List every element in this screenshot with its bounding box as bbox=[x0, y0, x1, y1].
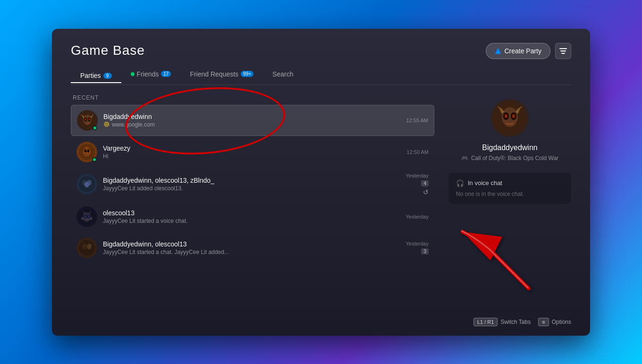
friends-online-dot bbox=[131, 72, 135, 76]
recent-label: Recent bbox=[71, 94, 434, 101]
chat-name-5: Bigdaddyedwinn, olescool13 bbox=[103, 240, 400, 248]
chat-time-4: Yesterday bbox=[405, 214, 429, 220]
svg-rect-3 bbox=[561, 53, 565, 54]
svg-point-38 bbox=[512, 114, 515, 118]
avatar-3 bbox=[76, 174, 97, 195]
triangle-icon bbox=[495, 48, 501, 54]
tab-friend-requests-badge: 99+ bbox=[241, 71, 253, 77]
voice-chat-header: 🎧 In voice chat bbox=[456, 179, 564, 187]
avatar-wrap-3 bbox=[76, 174, 97, 195]
chat-info-5: Bigdaddyedwinn, olescool13 JayyyCee Lit … bbox=[103, 240, 400, 255]
switch-tabs-key: L1 / R1 bbox=[473, 318, 498, 326]
options-label: Options bbox=[552, 319, 571, 325]
svg-point-22 bbox=[85, 215, 86, 217]
main-window: Game Base Parties 9 Friends 17 Friend Re… bbox=[52, 29, 590, 336]
chat-list: Bigdaddyedwinn 🙂 www.google.com 12:55 AM bbox=[71, 105, 434, 321]
tab-parties[interactable]: Parties 9 bbox=[71, 69, 121, 83]
profile-game: 🎮 Call of Duty®: Black Ops Cold War bbox=[461, 155, 558, 161]
chat-name-1: Bigdaddyedwinn bbox=[103, 113, 401, 120]
tab-search[interactable]: Search bbox=[263, 68, 303, 81]
svg-point-9 bbox=[89, 119, 90, 120]
chat-meta-5: Yesterday 3 bbox=[405, 241, 429, 254]
right-top-bar: Create Party bbox=[486, 43, 571, 59]
voice-chat-empty: No one is in the voice chat. bbox=[456, 191, 564, 197]
group-avatar-icon bbox=[78, 175, 96, 193]
options-hint: ≡ Options bbox=[538, 318, 571, 326]
tab-search-label: Search bbox=[272, 70, 293, 78]
svg-point-13 bbox=[87, 150, 90, 152]
profile-game-text: Call of Duty®: Black Ops Cold War bbox=[471, 155, 558, 161]
chat-time-2: 12:50 AM bbox=[407, 149, 429, 155]
tab-parties-badge: 9 bbox=[103, 73, 112, 79]
svg-rect-2 bbox=[560, 51, 566, 51]
chat-meta-2: 12:50 AM bbox=[407, 149, 429, 155]
chat-name-3: Bigdaddyedwinn, olescool13, zBlndo_ bbox=[103, 177, 400, 184]
chat-item-4[interactable]: olescool13 JayyyCee Lit started a voice … bbox=[71, 202, 434, 232]
voice-chat-section: 🎧 In voice chat No one is in the voice c… bbox=[448, 173, 571, 204]
avatar-wrap-4 bbox=[76, 206, 97, 227]
tab-parties-label: Parties bbox=[80, 72, 101, 79]
svg-rect-1 bbox=[559, 48, 567, 49]
tabs-row: Parties 9 Friends 17 Friend Requests 99+… bbox=[71, 68, 571, 85]
avatar-wrap-5 bbox=[76, 237, 97, 258]
avatar-wrap-1 bbox=[77, 110, 98, 131]
bottom-bar: L1 / R1 Switch Tabs ≡ Options bbox=[473, 318, 571, 326]
filter-button[interactable] bbox=[555, 43, 571, 59]
controller-icon: 🎮 bbox=[461, 155, 468, 161]
chat-meta-3: Yesterday 4 ↺ bbox=[405, 173, 429, 196]
voice-chat-label: In voice chat bbox=[468, 179, 502, 186]
chat-item-1[interactable]: Bigdaddyedwinn 🙂 www.google.com 12:55 AM bbox=[71, 105, 434, 136]
left-panel: Recent bbox=[71, 94, 434, 321]
tab-friends-label: Friends bbox=[137, 70, 159, 78]
chat-preview-3: JayyyCee Lit added olescool13. bbox=[103, 185, 400, 192]
online-dot-1 bbox=[93, 126, 97, 130]
tab-friends-badge: 17 bbox=[161, 71, 171, 77]
refresh-icon-3: ↺ bbox=[423, 188, 429, 196]
chat-time-1: 12:55 AM bbox=[406, 118, 428, 123]
avatar-4 bbox=[76, 206, 97, 227]
tab-friend-requests-label: Friend Requests bbox=[190, 70, 238, 78]
chat-preview-4: JayyyCee Lit started a voice chat. bbox=[103, 218, 400, 224]
profile-avatar-icon bbox=[492, 101, 527, 135]
profile-section: Bigdaddyedwinn 🎮 Call of Duty®: Black Op… bbox=[448, 99, 571, 209]
switch-tabs-label: Switch Tabs bbox=[500, 319, 531, 325]
create-party-label: Create Party bbox=[504, 47, 541, 55]
switch-tabs-hint: L1 / R1 Switch Tabs bbox=[473, 318, 531, 326]
chat-item-2[interactable]: Vargeezy Hi 12:50 AM bbox=[71, 137, 434, 167]
member-badge-3: 4 bbox=[421, 180, 429, 186]
svg-point-32 bbox=[87, 244, 92, 249]
chat-info-2: Vargeezy Hi bbox=[103, 144, 401, 160]
chat-info-4: olescool13 JayyyCee Lit started a voice … bbox=[103, 209, 400, 224]
svg-marker-0 bbox=[495, 48, 501, 54]
svg-point-17 bbox=[84, 182, 89, 187]
tab-friend-requests[interactable]: Friend Requests 99+ bbox=[180, 68, 263, 81]
chat5-avatar-icon bbox=[78, 239, 96, 257]
chat-meta-4: Yesterday bbox=[405, 214, 429, 220]
chat-time-5: Yesterday bbox=[405, 241, 429, 246]
chat-name-2: Vargeezy bbox=[103, 144, 401, 152]
avatar-wrap-2 bbox=[76, 142, 97, 162]
chat-info-3: Bigdaddyedwinn, olescool13, zBlndo_ Jayy… bbox=[103, 177, 400, 192]
svg-point-23 bbox=[88, 215, 89, 217]
options-key: ≡ bbox=[538, 318, 549, 326]
svg-point-12 bbox=[84, 150, 87, 152]
chat-item-3[interactable]: Bigdaddyedwinn, olescool13, zBlndo_ Jayy… bbox=[71, 168, 434, 201]
create-party-button[interactable]: Create Party bbox=[486, 43, 550, 59]
chat-preview-2: Hi bbox=[103, 153, 401, 160]
chat-preview-5: JayyyCee Lit started a chat. JayyyCee Li… bbox=[103, 249, 400, 255]
content-area: Recent bbox=[71, 94, 571, 321]
chat-info-1: Bigdaddyedwinn 🙂 www.google.com bbox=[103, 113, 401, 128]
chat-meta-1: 12:55 AM bbox=[406, 118, 428, 123]
profile-name: Bigdaddyedwinn bbox=[482, 144, 537, 152]
svg-point-37 bbox=[505, 114, 507, 118]
tab-friends[interactable]: Friends 17 bbox=[121, 68, 181, 81]
chat-preview-1: 🙂 www.google.com bbox=[103, 121, 401, 128]
svg-point-30 bbox=[79, 240, 95, 256]
chat-item-5[interactable]: Bigdaddyedwinn, olescool13 JayyyCee Lit … bbox=[71, 233, 434, 263]
member-badge-5: 3 bbox=[421, 248, 429, 254]
cat-avatar-icon bbox=[78, 208, 96, 226]
filter-icon bbox=[559, 48, 567, 54]
svg-point-31 bbox=[82, 244, 87, 249]
profile-avatar bbox=[491, 99, 529, 137]
avatar-5 bbox=[76, 237, 97, 258]
